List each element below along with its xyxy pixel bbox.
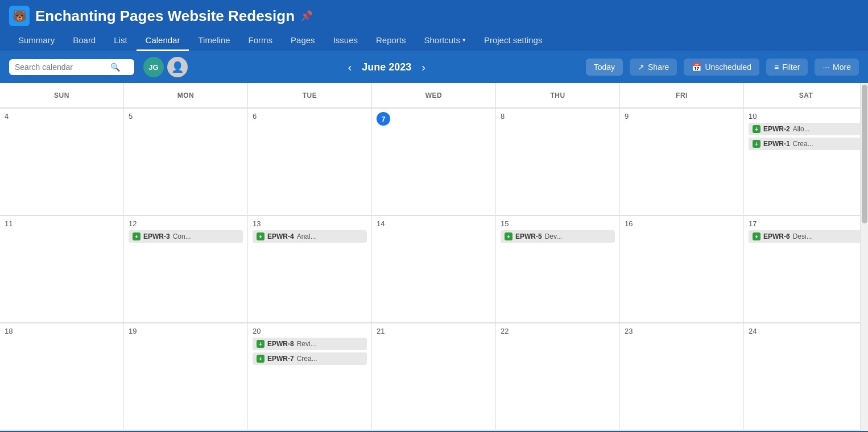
day-number: 23 bbox=[625, 327, 739, 335]
project-title: Enchanting Pages Website Redesign bbox=[35, 7, 295, 25]
nav-item-project-settings[interactable]: Project settings bbox=[475, 31, 552, 51]
event-pill[interactable]: +EPWR-2Allo... bbox=[749, 123, 863, 135]
filter-icon: ≡ bbox=[774, 63, 779, 72]
day-number: 9 bbox=[625, 112, 739, 121]
day-number: 17 bbox=[749, 219, 863, 228]
day-header-mon: MON bbox=[124, 83, 248, 108]
event-id: EPWR-4 bbox=[267, 232, 294, 240]
day-cell: 15+EPWR-5Dev... bbox=[496, 216, 620, 323]
more-button[interactable]: ··· More bbox=[815, 59, 859, 76]
app-logo: 🐻 bbox=[9, 6, 30, 26]
event-type-icon: + bbox=[753, 140, 760, 148]
toolbar: 🔍 JG 👤 ‹ June 2023 › Today ↗ Share 📅 Uns… bbox=[0, 51, 868, 83]
nav-item-forms[interactable]: Forms bbox=[239, 31, 282, 51]
day-cell: 23 bbox=[620, 323, 744, 430]
day-cell: 11 bbox=[0, 216, 124, 323]
scrollbar[interactable] bbox=[860, 83, 868, 431]
day-cell: 5 bbox=[124, 109, 248, 215]
day-header-sat: SAT bbox=[744, 83, 868, 108]
nav-item-calendar[interactable]: Calendar bbox=[137, 31, 189, 51]
day-cell: 24 bbox=[744, 323, 868, 430]
search-input[interactable] bbox=[15, 63, 106, 72]
event-id: EPWR-3 bbox=[143, 232, 170, 240]
day-number: 22 bbox=[501, 327, 615, 335]
event-id: EPWR-8 bbox=[267, 340, 294, 348]
day-number: 13 bbox=[253, 219, 367, 228]
event-pill[interactable]: +EPWR-7Crea... bbox=[253, 352, 367, 365]
nav-item-summary[interactable]: Summary bbox=[9, 31, 64, 51]
event-name: Revi... bbox=[297, 340, 316, 348]
share-icon: ↗ bbox=[638, 63, 644, 72]
day-number: 5 bbox=[129, 112, 243, 121]
next-month-button[interactable]: › bbox=[417, 59, 430, 76]
day-header-tue: TUE bbox=[248, 83, 372, 108]
nav-item-pages[interactable]: Pages bbox=[282, 31, 324, 51]
event-pill[interactable]: +EPWR-4Anal... bbox=[253, 230, 367, 243]
event-id: EPWR-6 bbox=[763, 232, 790, 240]
nav-item-list[interactable]: List bbox=[105, 31, 136, 51]
prev-month-button[interactable]: ‹ bbox=[344, 59, 357, 76]
event-id: EPWR-5 bbox=[515, 232, 542, 240]
day-number: 14 bbox=[377, 219, 491, 228]
day-cell: 13+EPWR-4Anal... bbox=[248, 216, 372, 323]
event-type-icon: + bbox=[257, 232, 264, 240]
calendar-container: SUNMONTUEWEDTHUFRISAT 45678910+EPWR-2All… bbox=[0, 83, 868, 431]
avatar-anon[interactable]: 👤 bbox=[167, 57, 188, 77]
search-box[interactable]: 🔍 bbox=[9, 59, 134, 75]
day-number: 19 bbox=[129, 327, 243, 335]
day-number: 20 bbox=[253, 327, 367, 335]
day-number: 16 bbox=[625, 219, 739, 228]
day-header-sun: SUN bbox=[0, 83, 124, 108]
filter-button[interactable]: ≡ Filter bbox=[766, 59, 808, 76]
weeks-container: 45678910+EPWR-2Allo...+EPWR-1Crea...1112… bbox=[0, 109, 868, 431]
day-cell: 14 bbox=[372, 216, 496, 323]
nav-item-reports[interactable]: Reports bbox=[367, 31, 415, 51]
day-number: 6 bbox=[253, 112, 367, 121]
event-id: EPWR-1 bbox=[763, 140, 790, 148]
day-headers-row: SUNMONTUEWEDTHUFRISAT bbox=[0, 83, 868, 109]
nav-bar: SummaryBoardListCalendarTimelineFormsPag… bbox=[9, 31, 859, 51]
event-type-icon: + bbox=[505, 232, 512, 240]
day-cell: 8 bbox=[496, 109, 620, 215]
event-pill[interactable]: +EPWR-1Crea... bbox=[749, 138, 863, 150]
event-name: Crea... bbox=[297, 355, 317, 363]
event-name: Anal... bbox=[297, 232, 316, 240]
month-nav: ‹ June 2023 › bbox=[344, 59, 430, 76]
event-id: EPWR-2 bbox=[763, 125, 790, 133]
title-bar: 🐻 Enchanting Pages Website Redesign 📌 bbox=[9, 6, 859, 26]
day-cell: 20+EPWR-8Revi...+EPWR-7Crea... bbox=[248, 323, 372, 430]
day-cell: 17+EPWR-6Desi... bbox=[744, 216, 868, 323]
day-cell: 7 bbox=[372, 109, 496, 215]
day-number: 10 bbox=[749, 112, 863, 121]
today-button[interactable]: Today bbox=[586, 59, 623, 76]
avatar-group: JG 👤 bbox=[143, 57, 188, 77]
week-row-2: 181920+EPWR-8Revi...+EPWR-7Crea...212223… bbox=[0, 323, 868, 431]
event-type-icon: + bbox=[257, 340, 264, 348]
nav-item-issues[interactable]: Issues bbox=[324, 31, 367, 51]
event-name: Con... bbox=[173, 232, 191, 240]
unscheduled-button[interactable]: 📅 Unscheduled bbox=[684, 59, 759, 76]
app-header: 🐻 Enchanting Pages Website Redesign 📌 Su… bbox=[0, 0, 868, 51]
share-button[interactable]: ↗ Share bbox=[630, 59, 677, 76]
today-number: 7 bbox=[377, 112, 390, 126]
event-name: Dev... bbox=[545, 232, 562, 240]
nav-item-timeline[interactable]: Timeline bbox=[189, 31, 239, 51]
search-icon: 🔍 bbox=[110, 63, 120, 72]
pin-icon[interactable]: 📌 bbox=[300, 10, 313, 22]
day-cell: 6 bbox=[248, 109, 372, 215]
nav-item-board[interactable]: Board bbox=[64, 31, 105, 51]
avatar-jg[interactable]: JG bbox=[143, 57, 164, 77]
day-cell: 19 bbox=[124, 323, 248, 430]
event-pill[interactable]: +EPWR-5Dev... bbox=[501, 230, 615, 243]
more-icon: ··· bbox=[822, 63, 829, 72]
day-cell: 21 bbox=[372, 323, 496, 430]
day-cell: 16 bbox=[620, 216, 744, 323]
nav-item-shortcuts[interactable]: Shortcuts ▾ bbox=[415, 31, 475, 51]
event-pill[interactable]: +EPWR-8Revi... bbox=[253, 338, 367, 350]
calendar-wrapper: SUNMONTUEWEDTHUFRISAT 45678910+EPWR-2All… bbox=[0, 83, 868, 431]
day-cell: 18 bbox=[0, 323, 124, 430]
day-cell: 9 bbox=[620, 109, 744, 215]
month-label: June 2023 bbox=[362, 61, 411, 73]
event-pill[interactable]: +EPWR-3Con... bbox=[129, 230, 243, 243]
event-pill[interactable]: +EPWR-6Desi... bbox=[749, 230, 863, 243]
